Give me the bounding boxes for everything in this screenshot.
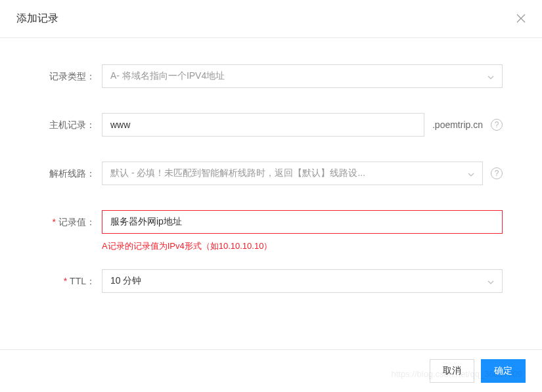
help-icon[interactable]: ?: [491, 119, 503, 131]
row-record-type: 记录类型： A- 将域名指向一个IPV4地址: [39, 64, 503, 88]
modal-header: 添加记录: [0, 0, 542, 38]
select-ttl[interactable]: 10 分钟: [102, 269, 503, 293]
confirm-button[interactable]: 确定: [481, 359, 526, 383]
label-record-value: *记录值：: [39, 210, 102, 234]
chevron-down-icon: [468, 168, 474, 179]
error-record-value: A记录的记录值为IPv4形式（如10.10.10.10）: [102, 240, 503, 252]
help-icon[interactable]: ?: [491, 167, 503, 179]
input-host-record[interactable]: [102, 113, 424, 137]
label-record-type: 记录类型：: [39, 64, 102, 88]
row-ttl: *TTL： 10 分钟: [39, 269, 503, 293]
modal-body: 记录类型： A- 将域名指向一个IPV4地址 主机记录： .poemtrip.c…: [0, 38, 542, 331]
required-mark: *: [64, 276, 67, 286]
select-record-type[interactable]: A- 将域名指向一个IPV4地址: [102, 64, 503, 88]
label-host-record: 主机记录：: [39, 113, 102, 137]
row-line: 解析线路： 默认 - 必填！未匹配到智能解析线路时，返回【默认】线路设... ?: [39, 162, 503, 185]
select-line[interactable]: 默认 - 必填！未匹配到智能解析线路时，返回【默认】线路设...: [102, 162, 483, 185]
domain-suffix: .poemtrip.cn: [432, 120, 483, 130]
row-host-record: 主机记录： .poemtrip.cn ?: [39, 113, 503, 137]
input-record-value[interactable]: [102, 210, 503, 234]
modal-footer: 取消 确定: [0, 349, 542, 392]
select-record-type-value: A- 将域名指向一个IPV4地址: [110, 70, 225, 82]
label-ttl: *TTL：: [39, 269, 102, 293]
required-mark: *: [53, 217, 56, 227]
label-line: 解析线路：: [39, 162, 102, 185]
modal-title: 添加记录: [16, 12, 58, 26]
close-icon[interactable]: [516, 13, 526, 25]
chevron-down-icon: [487, 276, 494, 286]
select-ttl-value: 10 分钟: [110, 275, 141, 287]
select-line-value: 默认 - 必填！未匹配到智能解析线路时，返回【默认】线路设...: [110, 167, 365, 179]
row-record-value: *记录值：: [39, 210, 503, 234]
cancel-button[interactable]: 取消: [430, 359, 474, 383]
chevron-down-icon: [487, 71, 494, 81]
